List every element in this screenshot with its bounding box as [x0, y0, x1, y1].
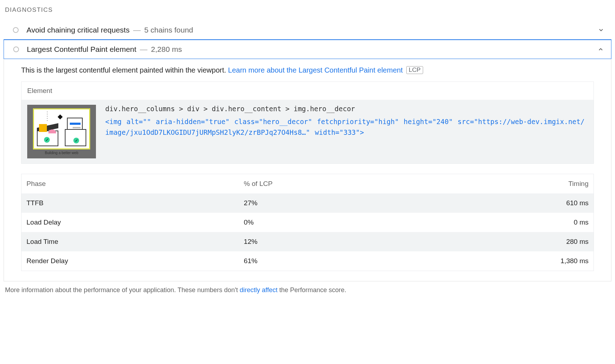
cell-timing: 0 ms [418, 213, 594, 232]
learn-more-link[interactable]: Learn more about the Largest Contentful … [228, 66, 403, 74]
cell-timing: 280 ms [418, 232, 594, 251]
table-row: Render Delay 61% 1,380 ms [21, 251, 594, 271]
cell-phase: Load Time [21, 232, 239, 251]
lcp-phase-table: Phase % of LCP Timing TTFB 27% 610 ms Lo… [21, 174, 594, 271]
chevron-down-icon[interactable] [597, 26, 605, 34]
audit-row-critical-requests[interactable]: Avoid chaining critical requests — 5 cha… [4, 21, 611, 39]
col-timing: Timing [418, 174, 594, 194]
col-phase: Phase [21, 174, 239, 194]
neutral-circle-icon [13, 46, 19, 52]
cell-phase: TTFB [21, 193, 239, 213]
audit-row-lcp-element[interactable]: Largest Contentful Paint element — 2,280… [4, 39, 611, 59]
separator: — [130, 26, 144, 34]
audit-description: This is the largest contentful element p… [21, 66, 594, 74]
col-pct: % of LCP [239, 174, 417, 194]
table-row: Load Delay 0% 0 ms [21, 213, 594, 232]
separator: — [136, 45, 151, 54]
element-thumbnail: ✓ ✓ Building a better web [27, 105, 96, 158]
audit-subtext: 2,280 ms [151, 45, 182, 54]
table-row: Load Time 12% 280 ms [21, 232, 594, 251]
audit-details-lcp: This is the largest contentful element p… [4, 59, 611, 281]
thumbnail-caption: Building a better web [45, 151, 78, 155]
lcp-element-card: Element ✓ ✓ Building a better we [21, 82, 594, 164]
directly-affect-link[interactable]: directly affect [239, 286, 277, 294]
cell-pct: 0% [239, 213, 417, 232]
element-markup: <img alt="" aria-hidden="true" class="he… [105, 116, 588, 138]
description-text: This is the largest contentful element p… [21, 66, 228, 74]
footnote-suffix: the Performance score. [277, 286, 346, 294]
element-card-header: Element [21, 82, 594, 100]
lcp-badge: LCP [406, 66, 423, 74]
cell-phase: Render Delay [21, 251, 239, 271]
cell-timing: 1,380 ms [418, 251, 594, 271]
table-header-row: Phase % of LCP Timing [21, 174, 594, 194]
cell-timing: 610 ms [418, 193, 594, 213]
cell-pct: 27% [239, 193, 417, 213]
footnote-prefix: More information about the performance o… [5, 286, 239, 294]
diagnostics-section-header: DIAGNOSTICS [4, 4, 611, 21]
audit-title: Largest Contentful Paint element [27, 45, 136, 54]
audit-subtext: 5 chains found [144, 26, 193, 34]
cell-phase: Load Delay [21, 213, 239, 232]
element-dom-path: div.hero__columns > div > div.hero__cont… [105, 105, 588, 113]
chevron-up-icon[interactable] [597, 45, 605, 53]
audit-title: Avoid chaining critical requests [26, 26, 130, 34]
cell-pct: 61% [239, 251, 417, 271]
diagnostics-footnote: More information about the performance o… [4, 281, 611, 294]
table-row: TTFB 27% 610 ms [21, 193, 594, 213]
cell-pct: 12% [239, 232, 417, 251]
neutral-circle-icon [13, 27, 19, 33]
